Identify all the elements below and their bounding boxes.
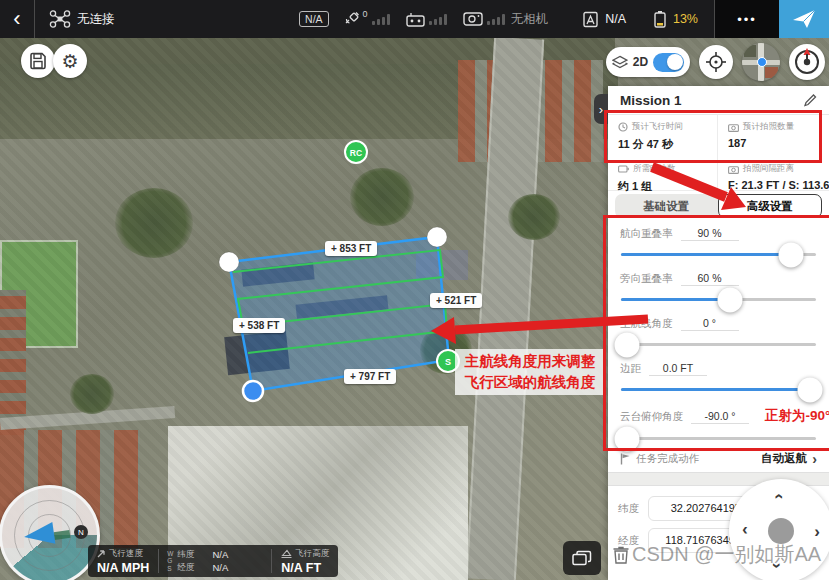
- gimbal-pitch-input[interactable]: -90.0 °: [691, 410, 749, 424]
- back-button[interactable]: ‹: [0, 0, 34, 38]
- map-feature: [70, 374, 114, 414]
- slider-course-angle: 主航线角度0 °: [608, 310, 829, 355]
- layers-icon: [572, 550, 592, 567]
- aircraft-heading-arrow: [23, 522, 56, 548]
- slider-handle[interactable]: [798, 377, 823, 402]
- edge-distance-label: + 797 FT: [344, 369, 396, 384]
- selected-vertex-handle[interactable]: [243, 381, 263, 401]
- nudge-left-button[interactable]: ›: [742, 523, 748, 540]
- rc-status[interactable]: [406, 12, 447, 27]
- save-icon: [29, 52, 47, 70]
- altitude-readout: 飞行高度 N/A FT: [272, 545, 338, 577]
- tab-basic-settings[interactable]: 基础设置: [615, 194, 718, 218]
- map-feature: [508, 194, 560, 240]
- longitude-label: 经度: [618, 534, 642, 548]
- map-feature: [0, 38, 615, 64]
- app-screen: RC S + 853 FT + 521 FT + 538 FT + 797 FT…: [0, 0, 829, 580]
- more-menu-button[interactable]: •••: [715, 0, 779, 38]
- course-angle-slider[interactable]: [621, 343, 816, 346]
- north-indicator: N: [74, 525, 88, 539]
- speed-readout: 飞行速度 N/A MPH: [88, 545, 158, 577]
- stat-photo-count: 预计拍照数量 187: [717, 115, 829, 157]
- battery-percent: 13%: [673, 12, 698, 26]
- minimap-location-dot: [757, 57, 767, 67]
- takeoff-button[interactable]: [779, 0, 829, 38]
- course-angle-input[interactable]: 0 °: [681, 317, 739, 331]
- rc-home-marker[interactable]: RC: [345, 141, 367, 163]
- nudge-right-button[interactable]: ›: [814, 523, 820, 540]
- slider-handle[interactable]: [614, 332, 639, 357]
- slider-handle[interactable]: [614, 426, 639, 451]
- front-overlap-slider[interactable]: [621, 253, 816, 256]
- flight-checklist-icon: [582, 11, 599, 28]
- compass-icon: [789, 44, 825, 80]
- mission-title: Mission 1: [620, 93, 682, 108]
- checklist-status[interactable]: N/A: [582, 11, 626, 28]
- map-feature: [350, 168, 414, 226]
- crosshair-icon: [705, 51, 727, 73]
- side-overlap-slider[interactable]: [621, 298, 816, 301]
- map-feature: [0, 64, 618, 139]
- advanced-settings-sliders: 航向重叠率90 % 旁向重叠率60 % 主航线角度0 ° 边距0.0 FT 云台…: [608, 218, 829, 445]
- gps-status[interactable]: 0: [343, 11, 390, 27]
- battery-status[interactable]: 13%: [652, 10, 698, 28]
- map-mode-label: 2D: [633, 55, 648, 69]
- map-feature: [0, 406, 175, 430]
- camera-status[interactable]: 无相机: [463, 11, 549, 28]
- camera-icon: [728, 123, 739, 132]
- rc-signal-bars: [429, 14, 447, 25]
- connection-status-label: 无连接: [77, 11, 115, 28]
- edge-distance-label: + 853 FT: [325, 241, 377, 256]
- slider-handle[interactable]: [778, 242, 803, 267]
- map-feature: [115, 188, 193, 258]
- svg-text:RC: RC: [350, 148, 362, 158]
- nudge-up-button[interactable]: ›: [769, 494, 786, 500]
- margin-input[interactable]: 0.0 FT: [649, 362, 707, 376]
- slider-front-overlap: 航向重叠率90 %: [608, 220, 829, 265]
- front-overlap-input[interactable]: 90 %: [681, 227, 739, 241]
- minimap-thumbnail[interactable]: [742, 43, 780, 81]
- map-feature: [0, 290, 26, 435]
- map-layers-button[interactable]: [563, 541, 601, 575]
- compass-reset-button[interactable]: [789, 44, 825, 80]
- map-feature: [0, 240, 78, 348]
- gimbal-pitch-slider[interactable]: [621, 437, 816, 440]
- slider-label: 旁向重叠率: [620, 272, 673, 286]
- chevron-right-icon: ›: [599, 102, 603, 117]
- map-feature: [466, 37, 544, 580]
- map-mode-toggle: 2D: [606, 47, 690, 77]
- edit-mission-icon[interactable]: [803, 93, 817, 107]
- coordinates-section: 纬度 32.202764195 经度 118.716763493 › › › ›: [608, 486, 829, 553]
- side-overlap-input[interactable]: 60 %: [681, 272, 739, 286]
- finish-action-label: 任务完成动作: [636, 452, 756, 466]
- margin-slider[interactable]: [621, 388, 816, 391]
- map-2d-toggle[interactable]: [653, 53, 684, 72]
- stat-battery-count: 所需电池数 约 1 组: [608, 157, 717, 190]
- slider-margin: 边距0.0 FT: [608, 355, 829, 400]
- remote-controller-icon: [406, 12, 425, 27]
- slider-fill: [621, 253, 791, 256]
- map-mode-icon: [612, 55, 628, 69]
- nudge-down-button[interactable]: ›: [769, 563, 786, 569]
- save-mission-button[interactable]: [21, 44, 55, 78]
- slider-handle[interactable]: [718, 287, 743, 312]
- latitude-label: 纬度: [618, 502, 642, 516]
- camera-signal-bars: [487, 14, 505, 25]
- aircraft-status[interactable]: 无连接: [49, 9, 115, 29]
- panel-collapse-handle[interactable]: ›: [594, 94, 608, 124]
- drone-icon: [49, 9, 71, 29]
- settings-tabs: 基础设置 高级设置: [615, 194, 822, 218]
- mission-settings-button[interactable]: ⚙: [53, 44, 87, 78]
- panel-header: Mission 1: [608, 86, 829, 115]
- map-feature: [458, 60, 603, 162]
- edge-distance-label: + 538 FT: [233, 318, 285, 333]
- altitude-icon: [281, 549, 292, 558]
- nudge-dpad: › › › ›: [729, 479, 829, 580]
- finish-action-row[interactable]: 任务完成动作 自动返航 ›: [608, 445, 829, 472]
- tab-advanced-settings[interactable]: 高级设置: [718, 194, 823, 218]
- dpad-center-button[interactable]: [768, 518, 794, 544]
- crs-label: WGS: [167, 550, 174, 572]
- locate-button[interactable]: [699, 45, 733, 79]
- finish-action-value: 自动返航: [761, 451, 807, 466]
- clock-icon: [618, 122, 628, 132]
